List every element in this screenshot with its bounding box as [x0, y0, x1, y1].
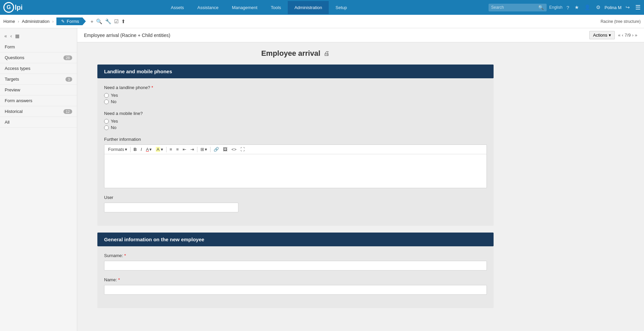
- code-button[interactable]: <>: [230, 146, 238, 153]
- form-section-body-landline: Need a landline phone? * Yes No: [97, 78, 494, 226]
- breadcrumb-sep1: ›: [18, 19, 19, 24]
- font-color-button[interactable]: A ▾: [144, 146, 154, 153]
- landline-no-radio[interactable]: [104, 99, 109, 104]
- content-area: Employee arrival (Racine + Child entitie…: [77, 28, 644, 331]
- landline-yes-label: Yes: [111, 93, 118, 98]
- add-icon[interactable]: +: [91, 18, 94, 24]
- mobile-no-label: No: [111, 125, 117, 130]
- bg-color-button[interactable]: A ▾: [154, 146, 165, 153]
- breadcrumb-icons: + 🔍 🔧 ☑ ⬆: [91, 18, 126, 25]
- user-field-wrap: [104, 203, 238, 212]
- page-header-right: Actions ▾ « ‹ 7/9 › »: [589, 31, 637, 39]
- indent-button[interactable]: ⇥: [189, 146, 196, 153]
- table-button[interactable]: ⊞ ▾: [199, 146, 209, 153]
- form-group-further-info: Further information Formats ▾ B I: [104, 137, 487, 188]
- form-group-name: Name: *: [104, 277, 487, 295]
- username-label[interactable]: Polina M: [604, 5, 622, 10]
- top-right: 🔍 English ? ★ 👤 ⚙ Polina M ↪ ☰: [489, 4, 641, 11]
- logout-icon[interactable]: ↪: [624, 4, 631, 11]
- user-input[interactable]: [104, 203, 238, 212]
- search-input[interactable]: [489, 4, 536, 11]
- actions-button[interactable]: Actions ▾: [589, 31, 615, 39]
- sidebar: « ‹ ▦ Form Questions 28 Access types Tar…: [0, 28, 77, 331]
- user-label: User: [104, 195, 487, 200]
- hamburger-icon[interactable]: ☰: [635, 4, 641, 11]
- italic-button[interactable]: I: [139, 146, 144, 153]
- logo-text: lpi: [15, 4, 22, 11]
- sidebar-item-form-answers[interactable]: Form answers: [0, 95, 77, 106]
- search-button[interactable]: 🔍: [536, 4, 547, 11]
- bullet-list-button[interactable]: ≡: [168, 146, 174, 153]
- logo[interactable]: G lpi: [3, 2, 22, 13]
- bold-button[interactable]: B: [132, 146, 138, 153]
- landline-required-star: *: [151, 85, 153, 90]
- right-label: Racine (tree structure): [601, 19, 641, 24]
- pagination-next-next-icon[interactable]: »: [635, 33, 637, 38]
- nav-management[interactable]: Management: [225, 1, 264, 14]
- sidebar-questions-label: Questions: [5, 55, 25, 60]
- language-label[interactable]: English: [549, 5, 562, 10]
- outdent-button[interactable]: ⇤: [181, 146, 188, 153]
- form-content: Employee arrival 🖨 Landline and mobile p…: [77, 42, 514, 322]
- user-plus-icon[interactable]: 👤: [583, 4, 592, 11]
- sidebar-item-targets[interactable]: Targets 3: [0, 74, 77, 85]
- search-box: 🔍: [489, 4, 547, 11]
- further-info-label: Further information: [104, 137, 487, 142]
- link-button[interactable]: 🔗: [212, 146, 221, 153]
- sidebar-item-questions[interactable]: Questions 28: [0, 52, 77, 63]
- list-icon[interactable]: ▦: [14, 33, 20, 39]
- font-color-chevron: ▾: [149, 147, 152, 152]
- editor-body[interactable]: [104, 154, 487, 188]
- nav-assistance[interactable]: Assistance: [191, 1, 225, 14]
- pagination-next-icon[interactable]: ›: [632, 33, 633, 38]
- help-icon[interactable]: ?: [565, 4, 570, 11]
- sidebar-item-access-types[interactable]: Access types: [0, 63, 77, 74]
- image-button[interactable]: 🖼: [221, 146, 229, 153]
- mobile-no-radio[interactable]: [104, 125, 109, 130]
- name-input[interactable]: [104, 285, 487, 295]
- form-group-user: User: [104, 195, 487, 212]
- pagination: « ‹ 7/9 › »: [618, 33, 637, 38]
- fullscreen-button[interactable]: ⛶: [239, 146, 246, 153]
- pagination-prev-icon[interactable]: ‹: [622, 33, 623, 38]
- form-group-landline: Need a landline phone? * Yes No: [104, 85, 487, 104]
- form-section-general: General information on the new employee …: [97, 233, 494, 308]
- nav-tools[interactable]: Tools: [264, 1, 288, 14]
- breadcrumb-active[interactable]: ✎ Forms: [56, 17, 86, 25]
- sidebar-item-all[interactable]: All: [0, 117, 77, 128]
- form-group-mobile: Need a mobile line? Yes No: [104, 111, 487, 130]
- star-icon[interactable]: ★: [573, 4, 580, 11]
- surname-input[interactable]: [104, 261, 487, 271]
- name-label: Name: *: [104, 277, 487, 282]
- print-icon[interactable]: 🖨: [324, 50, 330, 57]
- breadcrumb-admin[interactable]: Administration: [22, 19, 49, 24]
- mobile-no-option: No: [104, 125, 487, 130]
- surname-required-star: *: [124, 253, 126, 258]
- landline-yes-radio[interactable]: [104, 93, 109, 98]
- sidebar-item-preview[interactable]: Preview: [0, 85, 77, 95]
- search-nav-icon[interactable]: 🔍: [96, 18, 102, 25]
- nav-administration[interactable]: Administration: [288, 1, 329, 14]
- upload-icon[interactable]: ⬆: [121, 18, 126, 25]
- mobile-label: Need a mobile line?: [104, 111, 487, 116]
- collapse-icon[interactable]: ‹: [9, 33, 13, 39]
- landline-no-label: No: [111, 99, 117, 104]
- collapse-left-icon[interactable]: «: [3, 33, 8, 39]
- wrench-icon[interactable]: 🔧: [105, 18, 111, 25]
- num-list-button[interactable]: ≡: [175, 146, 181, 153]
- sidebar-item-historical[interactable]: Historical 12: [0, 106, 77, 117]
- sidebar-collapse-btns: « ‹ ▦: [0, 32, 77, 42]
- surname-label: Surname: *: [104, 253, 487, 258]
- sidebar-item-form[interactable]: Form: [0, 42, 77, 52]
- section-header-landline: Landline and mobile phones: [97, 65, 494, 78]
- check-icon[interactable]: ☑: [114, 18, 119, 25]
- gear-icon[interactable]: ⚙: [595, 4, 602, 11]
- breadcrumb-home[interactable]: Home: [3, 19, 15, 24]
- rich-editor: Formats ▾ B I A ▾: [104, 144, 487, 188]
- nav-setup[interactable]: Setup: [329, 1, 354, 14]
- table-chevron: ▾: [205, 147, 207, 152]
- mobile-yes-radio[interactable]: [104, 119, 109, 124]
- pagination-prev-prev-icon[interactable]: «: [618, 33, 620, 38]
- nav-assets[interactable]: Assets: [164, 1, 191, 14]
- formats-dropdown[interactable]: Formats ▾: [106, 146, 129, 153]
